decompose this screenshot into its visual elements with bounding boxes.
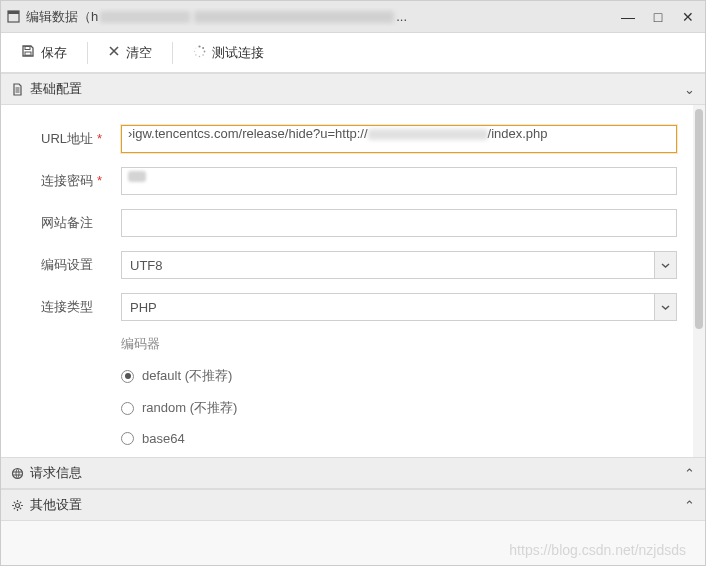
loading-icon xyxy=(193,45,206,61)
url-label: URL地址* xyxy=(41,130,121,148)
window-icon xyxy=(7,10,20,23)
svg-point-4 xyxy=(198,45,200,47)
panel-title-request: 请求信息 xyxy=(30,464,82,482)
svg-point-11 xyxy=(195,47,196,48)
encoder-option-random[interactable]: random (不推荐) xyxy=(121,399,677,417)
svg-point-9 xyxy=(195,54,196,55)
maximize-button[interactable]: □ xyxy=(647,9,669,25)
svg-rect-2 xyxy=(25,47,30,50)
save-button[interactable]: 保存 xyxy=(9,38,79,68)
note-label: 网站备注 xyxy=(41,214,121,232)
svg-point-7 xyxy=(202,54,204,56)
chevron-down-icon xyxy=(654,252,676,278)
encoding-value: UTF8 xyxy=(130,258,654,273)
password-input[interactable] xyxy=(121,167,677,195)
panel-body-basic: URL地址* ›igw.tencentcs.com/release/hide?u… xyxy=(1,105,705,457)
test-connection-button[interactable]: 测试连接 xyxy=(181,38,276,68)
encoder-title: 编码器 xyxy=(121,335,677,353)
svg-point-8 xyxy=(199,55,201,57)
chevron-down-icon: ⌄ xyxy=(684,82,695,97)
titlebar: 编辑数据（h... — □ ✕ xyxy=(1,1,705,33)
encoder-option-label: base64 xyxy=(142,431,185,446)
clear-icon xyxy=(108,45,120,60)
gear-icon xyxy=(11,499,24,512)
svg-rect-3 xyxy=(25,52,31,55)
watermark: https://blog.csdn.net/nzjdsds xyxy=(509,542,686,558)
toolbar-separator xyxy=(172,42,173,64)
svg-point-10 xyxy=(194,50,195,51)
chevron-down-icon xyxy=(654,294,676,320)
note-input[interactable] xyxy=(121,209,677,237)
radio-icon xyxy=(121,370,134,383)
close-button[interactable]: ✕ xyxy=(677,9,699,25)
file-icon xyxy=(11,83,24,96)
scrollbar[interactable] xyxy=(693,105,705,457)
window-title: 编辑数据（h... xyxy=(26,8,617,26)
svg-point-13 xyxy=(16,503,20,507)
radio-icon xyxy=(121,402,134,415)
svg-point-5 xyxy=(202,47,204,49)
conn-type-select[interactable]: PHP xyxy=(121,293,677,321)
panel-header-other[interactable]: 其他设置 ⌃ xyxy=(1,489,705,521)
panel-header-basic[interactable]: 基础配置 ⌄ xyxy=(1,73,705,105)
browser-icon xyxy=(11,467,24,480)
svg-point-6 xyxy=(204,50,206,52)
encoding-select[interactable]: UTF8 xyxy=(121,251,677,279)
save-icon xyxy=(21,44,35,61)
svg-point-12 xyxy=(13,468,23,478)
minimize-button[interactable]: — xyxy=(617,9,639,25)
clear-label: 清空 xyxy=(126,44,152,62)
encoding-label: 编码设置 xyxy=(41,256,121,274)
test-connection-label: 测试连接 xyxy=(212,44,264,62)
chevron-up-icon: ⌃ xyxy=(684,498,695,513)
conn-type-value: PHP xyxy=(130,300,654,315)
svg-rect-1 xyxy=(8,11,19,14)
toolbar-separator xyxy=(87,42,88,64)
clear-button[interactable]: 清空 xyxy=(96,38,164,68)
encoder-option-label: default (不推荐) xyxy=(142,367,232,385)
password-label: 连接密码* xyxy=(41,172,121,190)
toolbar: 保存 清空 测试连接 xyxy=(1,33,705,73)
panel-title-other: 其他设置 xyxy=(30,496,82,514)
save-label: 保存 xyxy=(41,44,67,62)
encoder-option-label: random (不推荐) xyxy=(142,399,237,417)
url-input[interactable]: ›igw.tencentcs.com/release/hide?u=http:/… xyxy=(121,125,677,153)
encoder-option-default[interactable]: default (不推荐) xyxy=(121,367,677,385)
chevron-up-icon: ⌃ xyxy=(684,466,695,481)
panel-header-request[interactable]: 请求信息 ⌃ xyxy=(1,457,705,489)
radio-icon xyxy=(121,432,134,445)
encoder-option-base64[interactable]: base64 xyxy=(121,431,677,446)
panel-title-basic: 基础配置 xyxy=(30,80,82,98)
conn-type-label: 连接类型 xyxy=(41,298,121,316)
